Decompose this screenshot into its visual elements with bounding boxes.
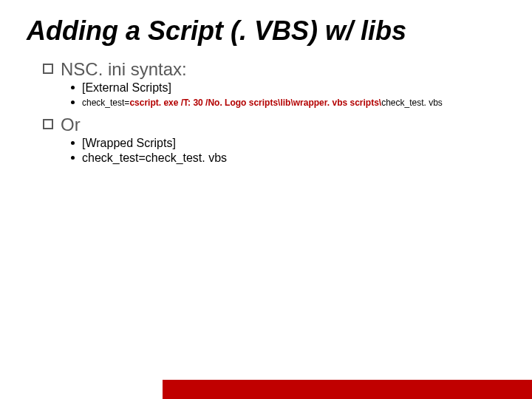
bullet-text: [External Scripts] [82, 81, 171, 94]
circle-bullet-icon [71, 86, 75, 89]
bullet-level2: [Wrapped Scripts] [71, 137, 505, 150]
square-bullet-icon [43, 64, 53, 74]
circle-bullet-icon [71, 100, 75, 104]
bullet-text: NSC. ini syntax: [61, 59, 187, 79]
square-bullet-icon [43, 119, 53, 129]
bullet-text: check_test. vbs [381, 98, 443, 108]
bullet-text: check_test= [82, 98, 129, 108]
bullet-level1: NSC. ini syntax: [43, 59, 505, 80]
bullet-level2: check_test=check_test. vbs [71, 151, 505, 165]
decorative-accent [163, 380, 532, 399]
bullet-level2: [External Scripts] [71, 81, 505, 95]
bullet-level2: check_test=cscript. exe /T: 30 /No. Logo… [71, 96, 505, 110]
bullet-text: Or [61, 115, 81, 134]
circle-bullet-icon [71, 141, 75, 145]
slide-title: Adding a Script (. VBS) w/ libs [27, 16, 505, 46]
slide: Adding a Script (. VBS) w/ libs NSC. ini… [0, 0, 532, 399]
highlighted-text: cscript. exe /T: 30 /No. Logo scripts\li… [129, 98, 381, 108]
circle-bullet-icon [71, 156, 75, 160]
bullet-text: check_test=check_test. vbs [82, 151, 227, 164]
bullet-level1: Or [43, 115, 505, 135]
bullet-text: [Wrapped Scripts] [82, 137, 176, 149]
slide-body: NSC. ini syntax:[External Scripts]check_… [27, 59, 505, 165]
